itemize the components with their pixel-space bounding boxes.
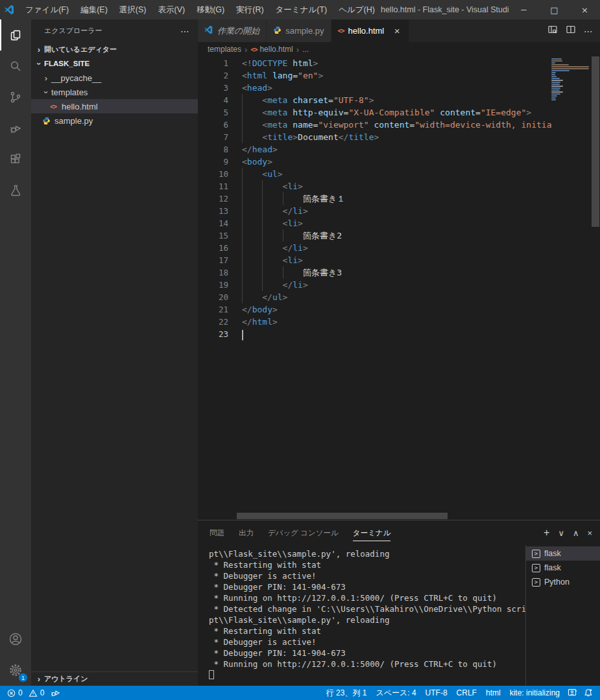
close-panel-icon[interactable]: × (587, 528, 592, 538)
terminal-icon: > (532, 578, 540, 587)
vertical-scrollbar[interactable] (591, 56, 600, 520)
open-preview-icon[interactable] (547, 25, 558, 38)
run-debug-icon[interactable] (0, 113, 31, 144)
eol[interactable]: CRLF (452, 686, 481, 700)
menu-item-0[interactable]: ファイル(F) (19, 0, 75, 19)
terminal-instance-1[interactable]: >flask (526, 561, 600, 575)
code-text[interactable]: </li> (242, 279, 308, 291)
menu-item-3[interactable]: 表示(V) (152, 0, 191, 19)
code-line-22: 22</html> (198, 316, 600, 328)
panel-tab-デバッグ コンソール[interactable]: デバッグ コンソール (268, 525, 339, 541)
maximize-panel-icon[interactable]: ∧ (573, 528, 579, 538)
code-text[interactable]: <!DOCTYPE html> (242, 57, 318, 69)
panel-tab-ターミナル[interactable]: ターミナル (353, 525, 391, 541)
new-terminal-icon[interactable]: + (544, 527, 549, 539)
tree-item-hello.html[interactable]: <>hello.html (31, 99, 198, 113)
code-line-1: 1<!DOCTYPE html> (198, 57, 600, 69)
split-editor-icon[interactable] (566, 25, 576, 38)
horizontal-scrollbar[interactable] (198, 512, 600, 520)
notifications-bell-icon[interactable] (581, 686, 596, 700)
tab-hello.html[interactable]: <>hello.html× (331, 19, 410, 42)
code-text[interactable]: <li> (242, 180, 303, 192)
tree-item-__pycache__[interactable]: ›__pycache__ (31, 71, 198, 85)
menu-item-7[interactable]: ヘルプ(H) (333, 0, 381, 19)
code-text[interactable]: 箇条書き１ (242, 192, 345, 205)
indentation[interactable]: スペース: 4 (371, 686, 420, 700)
encoding[interactable]: UTF-8 (421, 686, 452, 700)
search-icon[interactable] (0, 51, 31, 82)
panel-header: 問題出力デバッグ コンソールターミナル + ∨ ∧ × (198, 520, 600, 545)
code-text[interactable]: <ul> (242, 168, 283, 180)
account-icon[interactable] (0, 624, 31, 655)
sidebar-more-actions-icon[interactable]: ⋯ (180, 26, 190, 36)
terminal-output[interactable]: pt\\Flask_site\\sample.py', reloading * … (198, 545, 525, 686)
breadcrumb-item-hello.html[interactable]: <>hello.html (250, 45, 293, 54)
testing-icon[interactable] (0, 175, 31, 206)
close-icon[interactable]: × (392, 25, 402, 36)
terminal-instance-0[interactable]: >flask (526, 546, 600, 561)
chevron-down-icon: › (42, 87, 51, 97)
menu-item-5[interactable]: 実行(R) (230, 0, 269, 19)
panel-tab-問題[interactable]: 問題 (210, 525, 224, 541)
language-mode[interactable]: html (481, 686, 505, 700)
line-number: 7 (198, 131, 228, 143)
indent-guide (242, 266, 262, 279)
minimap[interactable] (549, 56, 591, 113)
breadcrumb-item-templates[interactable]: templates (208, 45, 241, 54)
code-text[interactable]: </html> (242, 316, 278, 328)
cursor-position[interactable]: 行 23、列 1 (322, 686, 372, 700)
source-control-icon[interactable] (0, 82, 31, 113)
code-text[interactable]: </body> (242, 303, 278, 316)
extensions-icon[interactable] (0, 144, 31, 175)
kite-status[interactable]: kite: initializing (505, 686, 564, 700)
code-text[interactable]: <title>Document</title> (242, 131, 379, 143)
code-text[interactable]: <meta name="viewport" content="width=dev… (242, 119, 551, 131)
code-text[interactable]: <body> (242, 156, 272, 168)
code-editor[interactable]: 1<!DOCTYPE html>2<html lang="en">3<head>… (198, 56, 600, 520)
close-button[interactable]: × (570, 0, 600, 19)
code-text[interactable]: <meta charset="UTF-8"> (242, 94, 374, 106)
code-text[interactable]: </li> (242, 205, 308, 217)
panel-tab-出力[interactable]: 出力 (239, 525, 254, 541)
menu-item-1[interactable]: 編集(E) (75, 0, 114, 19)
editor-group: 作業の開始sample.py<>hello.html× ⋯ templates›… (198, 19, 600, 686)
tree-item-templates[interactable]: ›templates (31, 85, 198, 99)
indent-guide (242, 119, 262, 131)
breadcrumb-item-...[interactable]: ... (302, 45, 309, 54)
code-text[interactable] (242, 328, 243, 340)
outline-section[interactable]: › アウトライン (31, 671, 198, 686)
code-text[interactable]: <li> (242, 217, 303, 229)
code-text[interactable]: <head> (242, 82, 272, 94)
terminal-dropdown-icon[interactable]: ∨ (558, 528, 564, 538)
settings-gear-icon[interactable]: 1 (0, 655, 31, 686)
menu-item-6[interactable]: ターミナル(T) (270, 0, 333, 19)
menu-item-4[interactable]: 移動(G) (191, 0, 230, 19)
tree-item-FLASK_SITE[interactable]: ›FLASK_SITE (31, 56, 198, 71)
more-actions-icon[interactable]: ⋯ (584, 26, 594, 36)
code-text[interactable]: <html lang="en"> (242, 69, 323, 82)
indent-guide (242, 94, 262, 106)
horizontal-scrollbar-thumb[interactable] (237, 513, 448, 519)
tab-sample.py[interactable]: sample.py (267, 19, 331, 42)
chevron-down-icon: › (34, 58, 44, 69)
code-text[interactable]: 箇条書き2 (242, 229, 342, 242)
open-editors-section[interactable]: › 開いているエディター (31, 42, 198, 56)
code-text[interactable]: </ul> (242, 291, 287, 303)
minimize-button[interactable]: ─ (509, 0, 539, 19)
code-line-16: 16 </li> (198, 242, 600, 254)
code-text[interactable]: <li> (242, 254, 303, 266)
terminal-instance-2[interactable]: >Python (526, 575, 600, 589)
debug-status[interactable] (47, 686, 64, 700)
feedback-icon[interactable] (564, 686, 581, 700)
code-text[interactable]: <meta http-equiv="X-UA-Compatible" conte… (242, 106, 531, 119)
code-text[interactable]: 箇条書き3 (242, 266, 342, 279)
problems-status[interactable]: 0 0 (4, 686, 47, 700)
menu-item-2[interactable]: 選択(S) (114, 0, 152, 19)
vertical-scrollbar-thumb[interactable] (592, 56, 599, 227)
code-text[interactable]: </li> (242, 242, 308, 254)
explorer-icon[interactable] (0, 19, 31, 51)
tab-作業の開始[interactable]: 作業の開始 (198, 19, 267, 42)
tree-item-sample.py[interactable]: sample.py (31, 113, 198, 128)
maximize-button[interactable]: □ (539, 0, 570, 19)
code-text[interactable]: </head> (242, 143, 278, 156)
